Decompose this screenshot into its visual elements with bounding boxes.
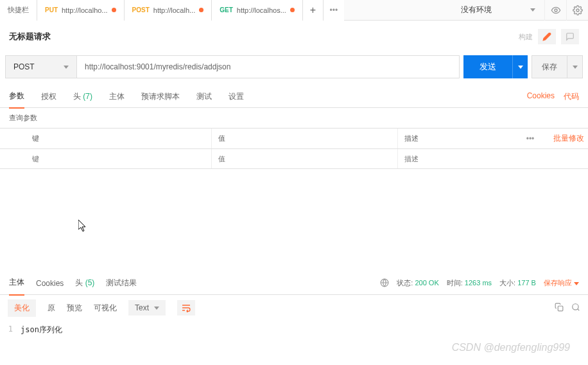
tab-params[interactable]: 参数 (9, 85, 24, 109)
tab-tests[interactable]: 测试 (196, 85, 212, 108)
response-section: 主体 Cookies 头 (5) 测试结果 状态: 200 OK 时间: 126… (0, 272, 588, 365)
resp-tab-tests[interactable]: 测试结果 (106, 271, 137, 295)
request-tab-1[interactable]: POST http://localh... (125, 0, 212, 21)
network-icon[interactable] (380, 278, 389, 289)
column-options-button[interactable]: ••• (511, 129, 549, 148)
resp-tab-headers[interactable]: 头 (5) (75, 271, 94, 295)
svg-rect-3 (558, 306, 563, 311)
status-label: 状态: (397, 279, 413, 287)
param-key-input[interactable] (32, 155, 205, 163)
chevron-down-icon (64, 66, 69, 69)
tab-authorization[interactable]: 授权 (41, 85, 56, 108)
format-dropdown[interactable]: Text (128, 300, 166, 316)
request-title-row: 无标题请求 构建 (0, 21, 588, 46)
send-dropdown[interactable] (512, 55, 528, 78)
unsaved-dot-icon (290, 8, 295, 12)
top-tab-bar: 快捷栏 PUT http://localho... POST http://lo… (0, 0, 588, 21)
chevron-down-icon (154, 307, 159, 310)
chevron-down-icon (530, 8, 535, 12)
tab-headers[interactable]: 头 (7) (73, 85, 92, 108)
bulk-edit-link[interactable]: 批量修改 (553, 133, 584, 144)
response-tabs: 主体 Cookies 头 (5) 测试结果 状态: 200 OK 时间: 126… (0, 272, 588, 295)
request-tabs: 参数 授权 头 (7) 主体 预请求脚本 测试 设置 Cookies 代码 (0, 86, 588, 108)
code-link[interactable]: 代码 (564, 91, 579, 102)
col-header-key: 键 (26, 129, 212, 148)
cursor-icon (78, 220, 89, 233)
svg-point-0 (555, 9, 557, 12)
view-preview[interactable]: 预览 (67, 303, 82, 314)
settings-button[interactable] (566, 0, 588, 21)
edit-button[interactable] (538, 29, 556, 44)
params-table-header: 键 值 描述 ••• 批量修改 (0, 128, 588, 149)
new-tab-button[interactable]: + (303, 0, 324, 21)
method-value: POST (13, 62, 35, 71)
method-badge: POST (132, 6, 150, 13)
svg-point-1 (576, 9, 579, 12)
tab-headers-count: (7) (83, 92, 92, 101)
tab-headers-label: 头 (73, 92, 81, 101)
tab-settings[interactable]: 设置 (229, 85, 244, 108)
time-label: 时间: (447, 279, 463, 287)
request-tab-0[interactable]: PUT http://localho... (37, 0, 125, 21)
params-row (0, 149, 588, 169)
resp-tab-headers-label: 头 (75, 278, 83, 287)
status-value: 200 OK (415, 279, 438, 287)
view-visualize[interactable]: 可视化 (94, 303, 117, 314)
col-header-description: 描述 (398, 129, 511, 148)
tab-body[interactable]: 主体 (109, 85, 125, 108)
tab-url-label: http://localho... (62, 6, 108, 14)
response-line: json序列化 (21, 325, 62, 335)
save-dropdown[interactable] (567, 55, 583, 78)
chevron-down-icon (573, 66, 578, 69)
quickbar-tab[interactable]: 快捷栏 (0, 0, 37, 21)
method-badge: GET (220, 6, 233, 13)
param-description-input[interactable] (404, 155, 582, 163)
view-raw[interactable]: 原 (48, 303, 55, 314)
copy-button[interactable] (555, 303, 564, 314)
save-response-dropdown[interactable]: 保存响应 (544, 278, 579, 288)
view-pretty[interactable]: 美化 (8, 299, 36, 317)
tab-url-label: http://localhos... (237, 6, 286, 14)
response-toolbar: 美化 原 预览 可视化 Text (0, 295, 588, 321)
environment-label: 没有环境 (461, 4, 492, 15)
unsaved-dot-icon (199, 8, 203, 12)
svg-point-4 (573, 303, 578, 309)
tab-overflow-button[interactable]: ••• (324, 0, 344, 21)
wrap-lines-button[interactable] (177, 300, 195, 316)
resp-tab-headers-count: (5) (85, 278, 95, 287)
build-label[interactable]: 构建 (519, 32, 533, 42)
size-label: 大小: (499, 279, 515, 287)
method-badge: PUT (45, 6, 58, 13)
tab-prerequest[interactable]: 预请求脚本 (141, 85, 180, 108)
search-button[interactable] (571, 303, 580, 314)
url-input[interactable] (77, 55, 460, 78)
chevron-down-icon (574, 282, 579, 285)
line-number: 1 (8, 325, 21, 335)
environment-quicklook-button[interactable] (544, 0, 566, 21)
param-value-input[interactable] (218, 155, 391, 163)
tab-url-label: http://localh... (153, 6, 195, 14)
size-value: 177 B (517, 279, 536, 287)
quickbar-label: 快捷栏 (8, 5, 29, 15)
unsaved-dot-icon (112, 8, 116, 12)
environment-select[interactable]: 没有环境 (452, 0, 544, 21)
method-dropdown[interactable]: POST (5, 55, 77, 78)
resp-tab-body[interactable]: 主体 (9, 271, 24, 296)
save-button[interactable]: 保存 (532, 55, 567, 78)
send-button[interactable]: 发送 (463, 55, 512, 78)
request-title: 无标题请求 (9, 31, 51, 42)
query-params-label: 查询参数 (0, 108, 588, 128)
request-tab-2[interactable]: GET http://localhos... (212, 0, 303, 21)
format-value: Text (135, 303, 149, 312)
response-body[interactable]: 1 json序列化 (0, 321, 588, 339)
cookies-link[interactable]: Cookies (527, 91, 555, 102)
time-value: 1263 ms (465, 279, 492, 287)
chevron-down-icon (518, 66, 523, 69)
resp-tab-cookies[interactable]: Cookies (36, 272, 64, 294)
col-header-value: 值 (212, 129, 398, 148)
comment-button[interactable] (561, 29, 579, 44)
url-bar: POST 发送 保存 (0, 46, 588, 86)
